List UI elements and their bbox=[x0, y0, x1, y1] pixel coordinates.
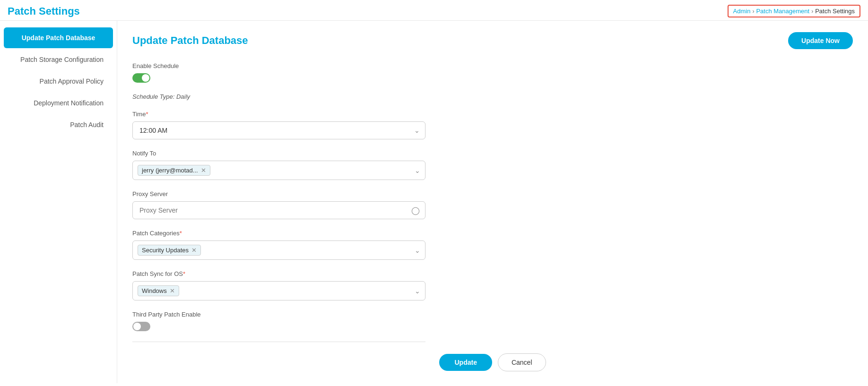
proxy-clear-icon[interactable]: ◯ bbox=[411, 206, 420, 215]
patch-categories-tag-security-close[interactable]: ✕ bbox=[191, 247, 197, 254]
notify-to-group: Notify To jerry (jerry@motad... ✕ ⌄ bbox=[132, 150, 853, 180]
page-title: Patch Settings bbox=[8, 5, 80, 17]
content-title: Update Patch Database bbox=[132, 34, 248, 47]
patch-sync-os-select[interactable]: Windows ✕ ⌄ bbox=[132, 281, 425, 300]
third-party-patch-toggle[interactable] bbox=[132, 322, 150, 331]
toggle-wrapper bbox=[132, 73, 853, 83]
main-content: Update Patch Database Update Now Enable … bbox=[117, 21, 868, 383]
notify-to-select[interactable]: jerry (jerry@motad... ✕ ⌄ bbox=[132, 161, 425, 180]
patch-categories-required: * bbox=[180, 230, 182, 237]
sidebar: Update Patch Database Patch Storage Conf… bbox=[0, 21, 117, 383]
content-header: Update Patch Database Update Now bbox=[132, 32, 853, 49]
patch-sync-os-required: * bbox=[183, 270, 185, 277]
schedule-type-label: Schedule Type: Daily bbox=[132, 93, 853, 100]
patch-categories-chevron-icon: ⌄ bbox=[415, 247, 420, 254]
breadcrumb-patch-management[interactable]: Patch Management bbox=[756, 8, 809, 15]
patch-categories-group: Patch Categories* Security Updates ✕ ⌄ bbox=[132, 230, 853, 260]
cancel-button[interactable]: Cancel bbox=[498, 353, 546, 371]
proxy-server-group: Proxy Server ◯ bbox=[132, 190, 853, 219]
notify-to-tag-jerry-close[interactable]: ✕ bbox=[201, 167, 206, 174]
sidebar-item-deployment-notification[interactable]: Deployment Notification bbox=[4, 93, 113, 113]
time-select-wrapper: 12:00 AM ⌄ bbox=[132, 121, 425, 139]
patch-sync-os-tags: Windows ✕ bbox=[138, 285, 415, 296]
enable-schedule-label: Enable Schedule bbox=[132, 62, 853, 69]
notify-to-label: Notify To bbox=[132, 150, 853, 157]
notify-to-tag-jerry: jerry (jerry@motad... ✕ bbox=[138, 165, 210, 176]
patch-categories-tag-security-label: Security Updates bbox=[142, 247, 189, 254]
update-now-button[interactable]: Update Now bbox=[788, 32, 853, 49]
breadcrumb-sep-2: › bbox=[811, 8, 813, 15]
patch-categories-tags: Security Updates ✕ bbox=[138, 245, 415, 256]
schedule-type-group: Schedule Type: Daily bbox=[132, 93, 853, 100]
proxy-server-label: Proxy Server bbox=[132, 190, 853, 197]
breadcrumb-sep-1: › bbox=[752, 8, 754, 15]
breadcrumb-patch-settings: Patch Settings bbox=[815, 8, 855, 15]
patch-sync-os-group: Patch Sync for OS* Windows ✕ ⌄ bbox=[132, 270, 853, 300]
third-party-patch-group: Third Party Patch Enable bbox=[132, 311, 853, 331]
toggle-knob bbox=[142, 74, 149, 82]
third-party-toggle-knob bbox=[133, 323, 141, 330]
patch-sync-os-chevron-icon: ⌄ bbox=[415, 287, 420, 295]
sidebar-item-patch-audit[interactable]: Patch Audit bbox=[4, 114, 113, 135]
sidebar-item-patch-approval-policy[interactable]: Patch Approval Policy bbox=[4, 71, 113, 92]
form-actions: Update Cancel bbox=[132, 353, 853, 371]
update-button[interactable]: Update bbox=[439, 354, 492, 371]
enable-schedule-toggle[interactable] bbox=[132, 73, 150, 83]
proxy-server-input[interactable] bbox=[132, 201, 425, 219]
patch-categories-tag-security: Security Updates ✕ bbox=[138, 245, 201, 256]
page-header: Patch Settings Admin › Patch Management … bbox=[0, 0, 868, 21]
breadcrumb: Admin › Patch Management › Patch Setting… bbox=[728, 5, 860, 17]
time-label: Time* bbox=[132, 111, 853, 118]
proxy-input-wrapper: ◯ bbox=[132, 201, 425, 219]
main-layout: Update Patch Database Patch Storage Conf… bbox=[0, 21, 868, 383]
third-party-toggle-wrapper bbox=[132, 322, 853, 331]
time-group: Time* 12:00 AM ⌄ bbox=[132, 111, 853, 139]
patch-sync-os-label: Patch Sync for OS* bbox=[132, 270, 853, 277]
breadcrumb-admin[interactable]: Admin bbox=[733, 8, 751, 15]
third-party-patch-label: Third Party Patch Enable bbox=[132, 311, 853, 318]
patch-categories-label: Patch Categories* bbox=[132, 230, 853, 237]
patch-categories-select[interactable]: Security Updates ✕ ⌄ bbox=[132, 240, 425, 260]
enable-schedule-group: Enable Schedule bbox=[132, 62, 853, 83]
patch-sync-os-tag-windows-close[interactable]: ✕ bbox=[170, 287, 175, 294]
notify-to-tags: jerry (jerry@motad... ✕ bbox=[138, 165, 415, 176]
notify-to-tag-jerry-label: jerry (jerry@motad... bbox=[142, 167, 198, 174]
notify-to-chevron-icon: ⌄ bbox=[415, 167, 420, 174]
time-required: * bbox=[146, 111, 148, 118]
form-divider bbox=[132, 342, 425, 342]
time-select[interactable]: 12:00 AM bbox=[132, 121, 425, 139]
sidebar-item-patch-storage-configuration[interactable]: Patch Storage Configuration bbox=[4, 49, 113, 70]
sidebar-item-update-patch-database[interactable]: Update Patch Database bbox=[4, 27, 113, 48]
patch-sync-os-tag-windows-label: Windows bbox=[142, 287, 167, 294]
patch-sync-os-tag-windows: Windows ✕ bbox=[138, 285, 179, 296]
